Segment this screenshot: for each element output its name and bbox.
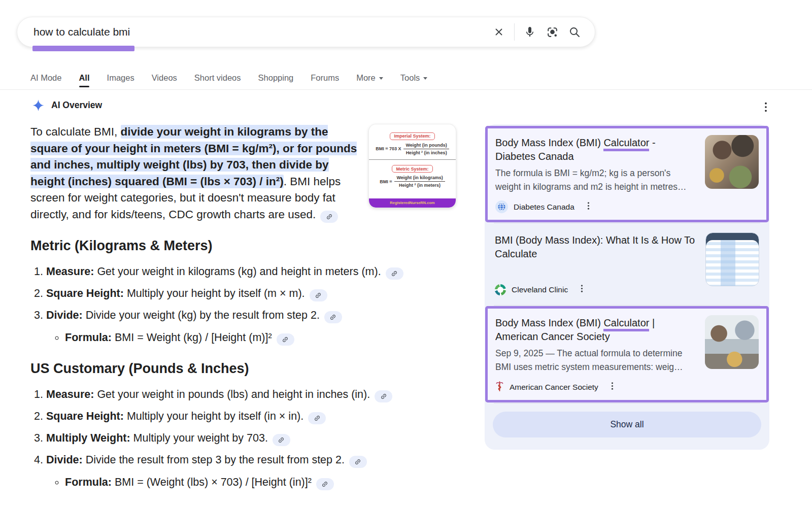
formula-card-divider bbox=[369, 159, 456, 160]
voice-search-button[interactable] bbox=[519, 21, 541, 43]
citation-chip[interactable] bbox=[277, 333, 294, 346]
tab-images[interactable]: Images bbox=[107, 73, 134, 83]
answer-paragraph: To calculate BMI, divide your weight in … bbox=[30, 124, 363, 223]
list-item: Measure: Get your weight in pounds (lbs)… bbox=[46, 387, 436, 402]
sources-panel: Body Mass Index (BMI) Calculator - Diabe… bbox=[485, 124, 769, 450]
result-menu-button[interactable] bbox=[608, 381, 617, 393]
magnifier-icon bbox=[568, 26, 581, 38]
formula-item: Formula: BMI = Weight (kg) / [Height (m)… bbox=[65, 330, 436, 346]
section-heading-metric: Metric (Kilograms & Meters) bbox=[30, 238, 436, 254]
watermark: RegisteredNurseRN.com bbox=[369, 198, 456, 208]
result-menu-button[interactable] bbox=[584, 200, 593, 213]
rail-divider bbox=[494, 305, 760, 306]
search-input[interactable] bbox=[32, 25, 488, 39]
citation-chip[interactable] bbox=[320, 211, 338, 223]
chevron-down-icon bbox=[423, 77, 427, 80]
clear-search-button[interactable] bbox=[488, 21, 510, 43]
kebab-icon bbox=[609, 382, 616, 390]
result-thumbnail[interactable] bbox=[705, 315, 759, 369]
link-icon bbox=[391, 270, 398, 277]
tab-videos[interactable]: Videos bbox=[152, 73, 177, 83]
result-source: Diabetes Canada bbox=[514, 203, 574, 212]
kebab-icon bbox=[579, 284, 585, 293]
result-title[interactable]: BMI (Body Mass Index): What It Is & How … bbox=[495, 233, 697, 261]
us-customary-steps-list: Measure: Get your weight in pounds (lbs)… bbox=[30, 387, 436, 490]
link-icon bbox=[329, 314, 336, 321]
camera-lens-icon bbox=[546, 26, 559, 39]
citation-chip[interactable] bbox=[324, 311, 342, 323]
result-menu-button[interactable] bbox=[578, 283, 586, 296]
list-item: Divide: Divide the result from step 3 by… bbox=[46, 453, 436, 490]
result-card-cleveland-clinic[interactable]: BMI (Body Mass Index): What It Is & How … bbox=[485, 223, 769, 305]
link-icon bbox=[321, 481, 328, 488]
kebab-icon bbox=[585, 201, 592, 210]
tab-ai-mode[interactable]: AI Mode bbox=[30, 73, 61, 83]
search-submit-button[interactable] bbox=[563, 21, 586, 43]
metric-system-label: Metric System: bbox=[392, 165, 432, 173]
annotation-title-underline: Calculator bbox=[603, 317, 649, 331]
microphone-icon bbox=[524, 26, 536, 38]
list-item: Measure: Get your weight in kilograms (k… bbox=[46, 264, 436, 280]
cleveland-clinic-favicon bbox=[495, 284, 506, 295]
chevron-down-icon bbox=[379, 77, 383, 80]
link-icon bbox=[278, 436, 285, 444]
section-heading-us-customary: US Customary (Pounds & Inches) bbox=[30, 361, 436, 377]
citation-chip[interactable] bbox=[375, 390, 392, 402]
citation-chip[interactable] bbox=[273, 434, 290, 446]
result-title[interactable]: Body Mass Index (BMI) Calculator | Ameri… bbox=[495, 316, 697, 344]
formula-sublist: Formula: BMI = Weight (kg) / [Height (m)… bbox=[46, 330, 436, 346]
citation-chip[interactable] bbox=[308, 412, 326, 424]
link-icon bbox=[354, 458, 361, 465]
result-thumbnail[interactable] bbox=[705, 232, 759, 286]
formula-sublist: Formula: BMI = (Weight (lbs) × 703) / [H… bbox=[46, 475, 436, 490]
result-snippet: Sep 9, 2025 — The actual formula to dete… bbox=[495, 347, 697, 374]
search-bar[interactable] bbox=[17, 17, 595, 47]
tabs-divider bbox=[0, 89, 812, 90]
lens-search-button[interactable] bbox=[541, 21, 563, 43]
list-item: Multiply Weight: Multiply your weight by… bbox=[46, 431, 436, 446]
tab-tools[interactable]: Tools bbox=[400, 73, 428, 83]
metric-formula: BMI = Weight (in kilograms) Height ² (in… bbox=[373, 175, 452, 188]
tab-all[interactable]: All bbox=[79, 73, 89, 83]
annotation-title-underline: Calculator bbox=[603, 137, 649, 151]
result-title[interactable]: Body Mass Index (BMI) Calculator - Diabe… bbox=[495, 136, 697, 163]
list-item: Square Height: Multiply your height by i… bbox=[46, 286, 436, 301]
annotation-search-underline bbox=[32, 46, 134, 51]
link-icon bbox=[380, 393, 387, 400]
tab-shopping[interactable]: Shopping bbox=[258, 73, 294, 83]
citation-chip[interactable] bbox=[386, 267, 403, 280]
list-item: Square Height: Multiply your height by i… bbox=[46, 409, 436, 424]
citation-chip[interactable] bbox=[316, 478, 334, 490]
globe-favicon bbox=[495, 200, 508, 213]
kebab-icon bbox=[761, 102, 770, 113]
close-icon bbox=[493, 26, 504, 38]
imperial-formula: BMI = 703 X Weight (in pounds) Height ² … bbox=[373, 143, 452, 155]
tab-more[interactable]: More bbox=[356, 73, 383, 83]
tab-forums[interactable]: Forums bbox=[311, 73, 339, 83]
caduceus-favicon bbox=[495, 381, 504, 393]
result-source: American Cancer Society bbox=[510, 383, 598, 392]
result-card-diabetes-canada[interactable]: Body Mass Index (BMI) Calculator - Diabe… bbox=[485, 126, 769, 222]
formula-item: Formula: BMI = (Weight (lbs) × 703) / [H… bbox=[65, 475, 436, 490]
result-source: Cleveland Clinic bbox=[512, 285, 568, 294]
show-all-button[interactable]: Show all bbox=[493, 412, 761, 437]
result-type-tabs: AI Mode All Images Videos Short videos S… bbox=[30, 69, 427, 86]
ai-overview-header: AI Overview bbox=[31, 98, 102, 112]
search-bar-divider bbox=[514, 23, 515, 41]
link-icon bbox=[315, 292, 322, 299]
link-icon bbox=[314, 415, 321, 422]
link-icon bbox=[282, 336, 289, 343]
tab-short-videos[interactable]: Short videos bbox=[194, 73, 241, 83]
link-icon bbox=[326, 213, 333, 220]
result-card-american-cancer-society[interactable]: Body Mass Index (BMI) Calculator | Ameri… bbox=[485, 306, 769, 402]
imperial-system-label: Imperial System: bbox=[390, 132, 434, 140]
answer-image-thumbnail[interactable]: Imperial System: BMI = 703 X Weight (in … bbox=[369, 124, 456, 208]
ai-overview-menu-button[interactable] bbox=[759, 99, 772, 117]
ai-sparkle-icon bbox=[31, 98, 45, 112]
citation-chip[interactable] bbox=[349, 456, 367, 468]
metric-steps-list: Measure: Get your weight in kilograms (k… bbox=[30, 264, 436, 346]
citation-chip[interactable] bbox=[310, 289, 327, 301]
result-snippet: The formula is BMI = kg/m2; kg is a pers… bbox=[495, 166, 697, 194]
list-item: Divide: Divide your weight (kg) by the r… bbox=[46, 308, 436, 346]
result-thumbnail[interactable] bbox=[705, 135, 759, 189]
